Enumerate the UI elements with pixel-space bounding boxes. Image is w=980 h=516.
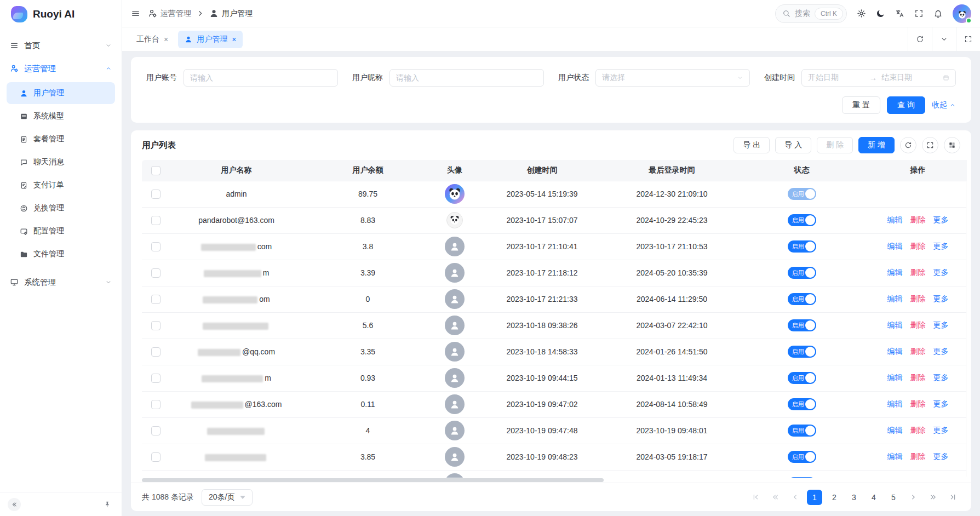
page-button-1[interactable]: 1 [807, 490, 822, 505]
more-link[interactable]: 更多 [933, 215, 949, 224]
sidebar-item-system[interactable]: 系统管理 [0, 271, 122, 294]
row-checkbox[interactable] [151, 452, 161, 462]
collapse-filter-link[interactable]: 收起 [932, 100, 956, 110]
add-button[interactable]: 新 增 [858, 137, 895, 153]
status-toggle[interactable]: 启用 [788, 319, 816, 331]
sidebar-item-files[interactable]: 文件管理 [7, 243, 115, 265]
row-checkbox[interactable] [151, 190, 161, 199]
edit-link[interactable]: 编辑 [887, 242, 903, 250]
search-button[interactable]: 查 询 [887, 96, 925, 114]
delete-link[interactable]: 删除 [910, 452, 926, 461]
more-link[interactable]: 更多 [933, 294, 949, 303]
sidebar-pin-button[interactable] [101, 498, 114, 511]
row-checkbox[interactable] [151, 242, 161, 251]
status-toggle[interactable]: 启用 [788, 188, 816, 200]
status-toggle[interactable]: 启用 [788, 293, 816, 305]
tab-menu-button[interactable] [932, 27, 956, 51]
sidebar-item-config[interactable]: 配置管理 [7, 220, 115, 242]
sidebar-item-users[interactable]: 用户管理 [7, 82, 115, 104]
sidebar-item-home[interactable]: 首页 [0, 34, 122, 57]
row-checkbox[interactable] [151, 374, 161, 383]
status-toggle[interactable]: 启用 [788, 240, 816, 253]
sidebar-item-operations[interactable]: 运营管理 [0, 57, 122, 80]
breadcrumb-item-users[interactable]: 用户管理 [209, 9, 253, 19]
row-checkbox[interactable] [151, 400, 161, 409]
user-account-input[interactable] [190, 73, 331, 82]
page-button-5[interactable]: 5 [886, 490, 901, 505]
notifications-bell-icon[interactable] [933, 9, 943, 18]
sidebar-collapse-button[interactable] [8, 498, 21, 511]
row-checkbox[interactable] [151, 295, 161, 304]
brand-logo[interactable]: Ruoyi AI [0, 0, 122, 28]
edit-link[interactable]: 编辑 [887, 294, 903, 303]
settings-icon[interactable] [857, 9, 866, 18]
next-page-button[interactable] [906, 490, 921, 505]
page-button-2[interactable]: 2 [827, 490, 842, 505]
close-icon[interactable]: × [164, 36, 168, 43]
first-page-button[interactable] [748, 490, 763, 505]
user-status-select[interactable]: 请选择 [595, 69, 750, 87]
sidebar-item-orders[interactable]: 支付订单 [7, 174, 115, 196]
delete-link[interactable]: 删除 [910, 399, 926, 408]
more-link[interactable]: 更多 [933, 347, 949, 356]
sidebar-item-chat[interactable]: 聊天消息 [7, 151, 115, 173]
delete-link[interactable]: 删除 [910, 242, 926, 250]
user-avatar[interactable] [953, 4, 971, 23]
horizontal-scrollbar[interactable] [142, 478, 967, 483]
status-toggle[interactable]: 启用 [788, 346, 816, 358]
breadcrumb-item-operations[interactable]: 运营管理 [148, 9, 191, 19]
select-all-checkbox[interactable] [151, 166, 161, 175]
status-toggle[interactable]: 启用 [788, 398, 816, 410]
status-toggle[interactable]: 启用 [788, 267, 816, 279]
last-page-button[interactable] [945, 490, 960, 505]
row-checkbox[interactable] [151, 216, 161, 225]
delete-button[interactable]: 删 除 [817, 137, 853, 153]
tab-workbench[interactable]: 工作台 × [130, 31, 175, 48]
edit-link[interactable]: 编辑 [887, 399, 903, 408]
sidebar-item-models[interactable]: 系统模型 [7, 105, 115, 127]
status-toggle[interactable]: 启用 [788, 451, 816, 463]
fullscreen-icon[interactable] [914, 9, 924, 18]
row-checkbox[interactable] [151, 268, 161, 278]
close-icon[interactable]: × [232, 36, 236, 43]
edit-link[interactable]: 编辑 [887, 320, 903, 329]
edit-link[interactable]: 编辑 [887, 426, 903, 434]
edit-link[interactable]: 编辑 [887, 347, 903, 356]
column-settings-button[interactable] [944, 137, 960, 153]
page-button-4[interactable]: 4 [866, 490, 881, 505]
more-link[interactable]: 更多 [933, 452, 949, 461]
maximize-table-button[interactable] [922, 137, 938, 153]
import-button[interactable]: 导 入 [775, 137, 811, 153]
delete-link[interactable]: 删除 [910, 320, 926, 329]
sidebar-toggle-icon[interactable] [131, 9, 140, 18]
status-toggle[interactable]: 启用 [788, 214, 816, 226]
sidebar-item-plans[interactable]: 套餐管理 [7, 128, 115, 150]
global-search[interactable]: 搜索 Ctrl K [775, 4, 847, 23]
reset-button[interactable]: 重 置 [842, 96, 880, 114]
tab-user-management[interactable]: 用户管理 × [178, 31, 243, 48]
delete-link[interactable]: 删除 [910, 268, 926, 277]
user-nickname-input[interactable] [396, 73, 537, 82]
jump-back-button[interactable] [767, 490, 783, 505]
tab-fullscreen-button[interactable] [956, 27, 980, 51]
edit-link[interactable]: 编辑 [887, 373, 903, 382]
more-link[interactable]: 更多 [933, 399, 949, 408]
more-link[interactable]: 更多 [933, 268, 949, 277]
status-toggle[interactable]: 启用 [788, 372, 816, 384]
row-checkbox[interactable] [151, 321, 161, 330]
page-size-select[interactable]: 20条/页 [202, 489, 253, 506]
delete-link[interactable]: 删除 [910, 294, 926, 303]
status-toggle[interactable]: 启用 [788, 425, 816, 437]
more-link[interactable]: 更多 [933, 320, 949, 329]
page-button-3[interactable]: 3 [846, 490, 862, 505]
vertical-scrollbar[interactable] [966, 181, 967, 478]
refresh-table-button[interactable] [900, 137, 916, 153]
translate-icon[interactable] [895, 9, 904, 18]
row-checkbox[interactable] [151, 426, 161, 435]
delete-link[interactable]: 删除 [910, 215, 926, 224]
dark-mode-moon-icon[interactable] [876, 9, 885, 18]
more-link[interactable]: 更多 [933, 242, 949, 250]
edit-link[interactable]: 编辑 [887, 452, 903, 461]
tab-refresh-button[interactable] [908, 27, 932, 51]
more-link[interactable]: 更多 [933, 426, 949, 434]
